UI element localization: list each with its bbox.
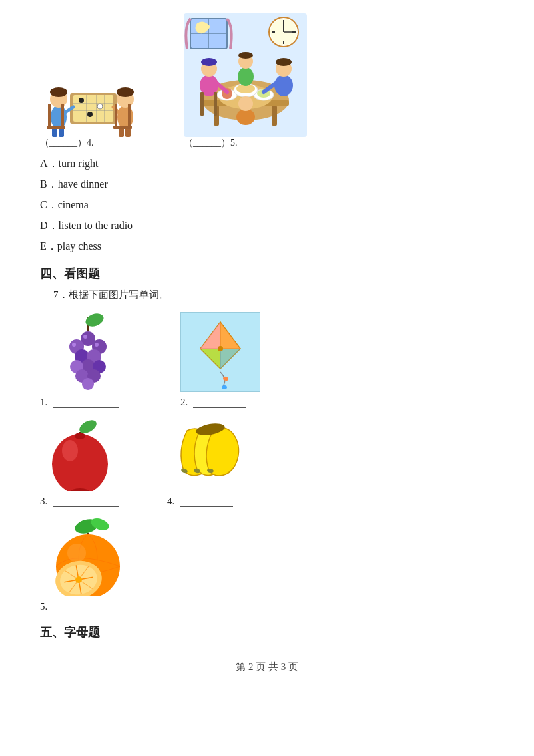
svg-marker-88 (220, 322, 240, 349)
svg-rect-65 (200, 92, 204, 116)
svg-point-92 (218, 346, 223, 351)
option-a: A．turn right (40, 157, 494, 171)
fruit-row-1: 1. (40, 312, 494, 408)
svg-point-68 (84, 312, 105, 329)
fruit4-blank[interactable] (180, 495, 233, 507)
option-c: C．cinema (40, 198, 494, 212)
svg-marker-89 (220, 349, 240, 369)
svg-point-56 (238, 67, 254, 86)
image-item-4: （______）4. (40, 53, 144, 149)
chess-scene-image (40, 53, 144, 137)
fruit2-number: 2. (180, 397, 188, 408)
fruit5-number: 5. (40, 601, 47, 612)
svg-point-80 (83, 335, 87, 339)
section4-instruction: 7．根据下面图片写单词。 (53, 289, 494, 301)
fruit-item-2: 2. (180, 312, 260, 408)
option-e: E．play chess (40, 240, 494, 254)
svg-point-10 (51, 105, 67, 129)
fruit-item-1: 1. (40, 312, 134, 408)
svg-point-18 (117, 87, 134, 97)
fruit-item-3: 3. (40, 417, 120, 507)
svg-rect-27 (128, 104, 131, 127)
svg-point-64 (238, 96, 253, 111)
fruit1-number: 1. (40, 397, 47, 408)
page-footer: 第 2 页 共 3 页 (40, 660, 494, 673)
svg-point-97 (75, 433, 85, 439)
svg-point-61 (276, 58, 292, 66)
fruit-row-3: 5. (40, 516, 494, 612)
svg-point-16 (117, 105, 134, 129)
section5-title: 五、字母题 (40, 624, 494, 640)
fruit5-blank[interactable] (53, 600, 119, 612)
svg-point-58 (238, 52, 253, 59)
svg-point-107 (67, 544, 86, 562)
svg-point-63 (236, 109, 255, 125)
item5-label: （______）5. (184, 137, 238, 149)
kite-image (187, 315, 254, 389)
svg-rect-44 (272, 106, 277, 126)
kite-background (180, 312, 260, 392)
svg-marker-91 (200, 349, 220, 369)
svg-rect-66 (214, 92, 217, 116)
grapes-image (40, 312, 134, 392)
top-images-section: （______）4. (40, 13, 494, 149)
footer-text: 第 2 页 共 3 页 (236, 661, 298, 672)
image-item-5: （______）5. (184, 13, 307, 149)
svg-point-59 (274, 75, 293, 96)
orange-image (40, 516, 134, 596)
svg-point-79 (82, 378, 94, 390)
fruit3-number: 3. (40, 496, 47, 507)
section5: 五、字母题 (40, 624, 494, 640)
svg-point-9 (87, 112, 93, 117)
svg-point-95 (52, 434, 108, 491)
svg-point-54 (201, 58, 217, 66)
svg-point-7 (79, 98, 84, 103)
svg-point-84 (222, 385, 228, 389)
svg-rect-24 (61, 104, 64, 127)
svg-point-8 (97, 104, 103, 109)
options-section: A．turn right B．have dinner C．cinema D．li… (40, 157, 494, 254)
section4-title: 四、看图题 (40, 266, 494, 282)
svg-marker-90 (200, 322, 220, 349)
fruit2-blank[interactable] (193, 396, 246, 408)
svg-point-12 (50, 87, 67, 97)
fruit-item-5: 5. (40, 516, 134, 612)
svg-point-82 (95, 343, 99, 347)
fruit4-number: 4. (167, 496, 174, 507)
banana-image (167, 417, 254, 491)
svg-point-81 (72, 343, 76, 347)
fruit-item-4: 4. (167, 417, 254, 507)
svg-point-96 (62, 440, 78, 461)
fruit-row-2: 3. 4. (40, 417, 494, 507)
apple-image (40, 417, 120, 491)
dinner-scene-image (184, 13, 307, 137)
fruit1-blank[interactable] (53, 396, 119, 408)
option-b: B．have dinner (40, 178, 494, 192)
option-d: D．listen to the radio (40, 219, 494, 233)
item4-label: （______）4. (40, 137, 94, 149)
svg-rect-26 (115, 104, 117, 127)
svg-rect-23 (48, 104, 51, 127)
fruit3-blank[interactable] (53, 495, 119, 507)
